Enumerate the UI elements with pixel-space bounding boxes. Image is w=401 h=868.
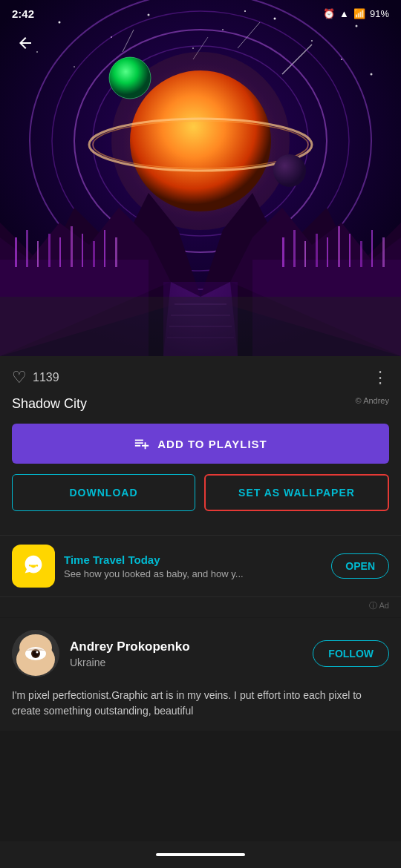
svg-point-10	[74, 66, 75, 68]
add-playlist-label: ADD TO PLAYLIST	[157, 438, 267, 450]
svg-point-13	[192, 47, 194, 49]
svg-rect-39	[48, 234, 50, 267]
ad-content: Time Travel Today See how you looked as …	[64, 553, 322, 579]
hero-image	[0, 0, 401, 356]
svg-point-6	[311, 40, 313, 42]
svg-rect-45	[115, 237, 117, 267]
ad-banner: Time Travel Today See how you looked as …	[0, 535, 401, 597]
ad-disclosure-icon: ⓘ	[369, 601, 377, 610]
author-name: Andrey Prokopenko	[70, 640, 302, 654]
svg-rect-37	[26, 230, 28, 267]
svg-rect-44	[104, 230, 105, 267]
author-avatar	[12, 630, 59, 677]
svg-rect-40	[59, 237, 61, 267]
author-bio: I'm pixel perfectionist.Graphic art is i…	[12, 688, 389, 719]
ad-disclosure-text: Ad	[379, 601, 389, 610]
svg-rect-42	[82, 234, 83, 267]
ad-title: Time Travel Today	[64, 553, 322, 566]
status-icons: ⏰ ▲ 📶 91%	[323, 8, 389, 19]
svg-point-11	[371, 73, 373, 76]
svg-rect-62	[0, 297, 401, 356]
likes-count: 1139	[33, 371, 59, 384]
ad-open-button[interactable]: OPEN	[331, 553, 389, 579]
snapchat-icon	[19, 552, 48, 580]
home-indicator	[156, 853, 245, 856]
svg-rect-43	[93, 241, 95, 267]
set-wallpaper-button[interactable]: SET AS WALLPAPER	[204, 474, 389, 511]
ad-label-row: ⓘ Ad	[0, 597, 401, 617]
add-to-playlist-button[interactable]: ADD TO PLAYLIST	[12, 424, 389, 464]
more-options-icon[interactable]: ⋮	[372, 368, 389, 387]
svg-rect-55	[382, 237, 385, 267]
svg-point-4	[222, 29, 224, 30]
svg-rect-53	[360, 241, 362, 267]
bottom-nav	[0, 841, 401, 868]
signal-icon: 📶	[353, 8, 365, 19]
svg-rect-46	[282, 237, 284, 267]
content-area: ♡ 1139 ⋮ Shadow City © Andrey ADD TO PLA…	[0, 356, 401, 535]
hero-svg	[0, 0, 401, 356]
follow-button[interactable]: FOLLOW	[313, 640, 389, 667]
svg-rect-36	[15, 237, 17, 267]
alarm-icon: ⏰	[323, 8, 335, 19]
author-avatar-image	[12, 630, 59, 677]
svg-rect-47	[293, 230, 296, 267]
heart-icon[interactable]: ♡	[12, 368, 27, 387]
svg-point-24	[130, 70, 271, 211]
svg-rect-49	[316, 234, 318, 267]
status-bar: 2:42 ⏰ ▲ 📶 91%	[0, 0, 401, 27]
svg-rect-48	[304, 241, 306, 267]
wallpaper-title: Shadow City	[12, 396, 87, 412]
svg-rect-52	[349, 234, 351, 267]
svg-point-69	[36, 651, 39, 654]
likes-section: ♡ 1139	[12, 368, 59, 387]
svg-rect-38	[37, 241, 39, 267]
status-time: 2:42	[12, 7, 34, 20]
stats-row: ♡ 1139 ⋮	[12, 368, 389, 387]
ad-app-icon	[12, 545, 55, 588]
ad-description: See how you looked as baby, and how y...	[64, 568, 322, 579]
action-buttons-row: DOWNLOAD SET AS WALLPAPER	[12, 474, 389, 511]
svg-rect-41	[71, 226, 73, 267]
svg-rect-54	[371, 230, 373, 267]
download-button[interactable]: DOWNLOAD	[12, 474, 195, 511]
wifi-icon: ▲	[339, 8, 349, 19]
title-row: Shadow City © Andrey	[12, 396, 389, 412]
author-info: Andrey Prokopenko Ukraine	[70, 640, 302, 668]
author-row: Andrey Prokopenko Ukraine FOLLOW	[12, 630, 389, 677]
author-location: Ukraine	[70, 657, 302, 668]
svg-rect-50	[327, 237, 328, 267]
battery-icon: 91%	[370, 8, 389, 19]
back-button[interactable]	[12, 30, 39, 56]
author-section: Andrey Prokopenko Ukraine FOLLOW I'm pix…	[0, 618, 401, 731]
svg-point-29	[273, 154, 306, 187]
playlist-icon	[134, 435, 150, 452]
svg-rect-51	[338, 226, 340, 267]
copyright-text: © Andrey	[356, 396, 389, 405]
